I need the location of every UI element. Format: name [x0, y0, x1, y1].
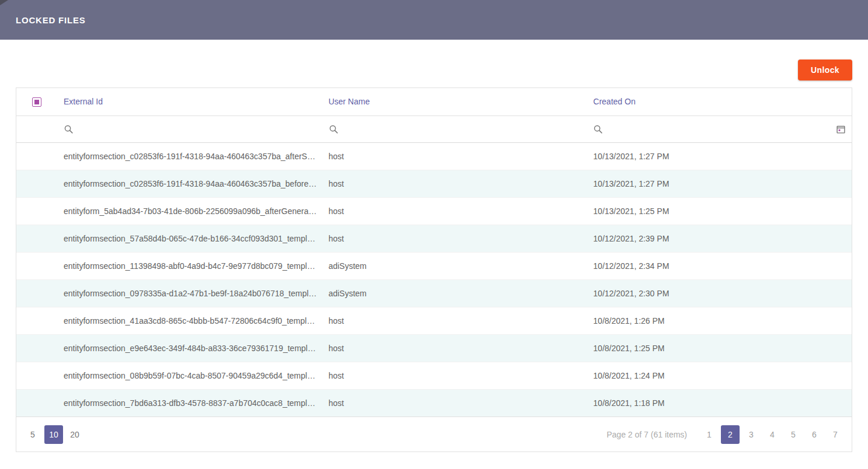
select-all-checkbox[interactable]	[32, 97, 41, 107]
row-select-cell	[16, 142, 57, 170]
cell-user-name: host	[322, 170, 587, 197]
cell-created-on: 10/13/2021, 1:27 PM	[587, 142, 852, 170]
filter-cell-created-on	[587, 116, 852, 142]
table-row[interactable]: entityformsection_57a58d4b-065c-47de-b16…	[16, 225, 852, 252]
cell-user-name: host	[322, 307, 587, 334]
search-icon	[64, 124, 74, 134]
row-select-cell	[16, 252, 57, 279]
created-on-filter-input[interactable]	[608, 121, 836, 137]
column-header-external-id[interactable]: External Id	[57, 88, 322, 116]
search-icon	[329, 124, 339, 134]
table-row[interactable]: entityform_5ab4ad34-7b03-41de-806b-22560…	[16, 197, 852, 225]
cell-user-name: host	[322, 389, 587, 416]
row-select-cell	[16, 389, 57, 416]
locked-files-table: External Id User Name Created On	[16, 88, 852, 416]
filter-cell-external-id	[57, 116, 322, 142]
cell-external-id: entityformsection_7bd6a313-dfb3-4578-883…	[57, 389, 322, 416]
page-size-10[interactable]: 10	[44, 425, 63, 444]
cell-external-id: entityformsection_11398498-abf0-4a9d-b4c…	[57, 252, 322, 279]
unlock-button[interactable]: Unlock	[798, 60, 852, 80]
cell-created-on: 10/8/2021, 1:26 PM	[587, 307, 852, 334]
page-size-20[interactable]: 20	[65, 425, 84, 444]
corner-artifact	[0, 0, 8, 5]
cell-external-id: entityformsection_08b9b59f-07bc-4cab-850…	[57, 362, 322, 389]
calendar-icon[interactable]	[836, 124, 846, 134]
grid-header-row: External Id User Name Created On	[16, 88, 852, 116]
cell-created-on: 10/13/2021, 1:27 PM	[587, 170, 852, 197]
cell-external-id: entityform_5ab4ad34-7b03-41de-806b-22560…	[57, 197, 322, 225]
row-select-cell	[16, 170, 57, 197]
filter-row	[16, 116, 852, 142]
cell-created-on: 10/12/2021, 2:34 PM	[587, 252, 852, 279]
cell-created-on: 10/8/2021, 1:18 PM	[587, 389, 852, 416]
column-header-user-name[interactable]: User Name	[322, 88, 587, 116]
table-row[interactable]: entityformsection_11398498-abf0-4a9d-b4c…	[16, 252, 852, 279]
table-row[interactable]: entityformsection_7bd6a313-dfb3-4578-883…	[16, 389, 852, 416]
page-5[interactable]: 5	[784, 425, 803, 444]
cell-user-name: host	[322, 334, 587, 362]
page-size-group: 51020	[23, 425, 84, 444]
cell-user-name: host	[322, 362, 587, 389]
page-4[interactable]: 4	[763, 425, 782, 444]
external-id-filter-input[interactable]	[78, 121, 316, 137]
column-header-created-on[interactable]: Created On	[587, 88, 852, 116]
cell-created-on: 10/8/2021, 1:25 PM	[587, 334, 852, 362]
pager: 51020 Page 2 of 7 (61 items) 1234567	[16, 416, 852, 452]
app-header: LOCKED FILES	[0, 0, 868, 40]
cell-user-name: host	[322, 142, 587, 170]
page-1[interactable]: 1	[700, 425, 719, 444]
grid-body: entityformsection_c02853f6-191f-4318-94a…	[16, 142, 852, 416]
row-select-cell	[16, 279, 57, 307]
cell-external-id: entityformsection_c02853f6-191f-4318-94a…	[57, 170, 322, 197]
cell-created-on: 10/13/2021, 1:25 PM	[587, 197, 852, 225]
cell-user-name: adiSystem	[322, 279, 587, 307]
cell-external-id: entityformsection_e9e643ec-349f-484b-a83…	[57, 334, 322, 362]
table-row[interactable]: entityformsection_e9e643ec-349f-484b-a83…	[16, 334, 852, 362]
page-7[interactable]: 7	[826, 425, 845, 444]
checkbox-indeterminate-mark	[34, 100, 39, 104]
row-select-cell	[16, 334, 57, 362]
page-size-5[interactable]: 5	[23, 425, 42, 444]
filter-empty-cell	[16, 116, 57, 142]
cell-external-id: entityformsection_c02853f6-191f-4318-94a…	[57, 142, 322, 170]
page-number-group: 1234567	[700, 425, 845, 444]
table-row[interactable]: entityformsection_08b9b59f-07bc-4cab-850…	[16, 362, 852, 389]
search-icon	[593, 124, 603, 134]
table-row[interactable]: entityformsection_0978335a-d1a2-47b1-be9…	[16, 279, 852, 307]
cell-external-id: entityformsection_41aa3cd8-865c-4bbb-b54…	[57, 307, 322, 334]
table-row[interactable]: entityformsection_c02853f6-191f-4318-94a…	[16, 170, 852, 197]
user-name-filter-input[interactable]	[343, 121, 581, 137]
locked-files-grid: External Id User Name Created On	[16, 88, 852, 452]
cell-external-id: entityformsection_57a58d4b-065c-47de-b16…	[57, 225, 322, 252]
toolbar: Unlock	[0, 40, 868, 88]
filter-cell-user-name	[322, 116, 587, 142]
page-2[interactable]: 2	[721, 425, 740, 444]
page-title: LOCKED FILES	[16, 15, 86, 25]
cell-external-id: entityformsection_0978335a-d1a2-47b1-be9…	[57, 279, 322, 307]
row-select-cell	[16, 307, 57, 334]
cell-created-on: 10/8/2021, 1:24 PM	[587, 362, 852, 389]
row-select-cell	[16, 362, 57, 389]
cell-user-name: host	[322, 197, 587, 225]
pager-info: Page 2 of 7 (61 items)	[606, 430, 687, 439]
page-6[interactable]: 6	[805, 425, 824, 444]
cell-created-on: 10/12/2021, 2:30 PM	[587, 279, 852, 307]
cell-user-name: adiSystem	[322, 252, 587, 279]
row-select-cell	[16, 197, 57, 225]
table-row[interactable]: entityformsection_41aa3cd8-865c-4bbb-b54…	[16, 307, 852, 334]
select-all-header-cell	[16, 88, 57, 116]
table-row[interactable]: entityformsection_c02853f6-191f-4318-94a…	[16, 142, 852, 170]
page-3[interactable]: 3	[742, 425, 761, 444]
row-select-cell	[16, 225, 57, 252]
cell-user-name: host	[322, 225, 587, 252]
cell-created-on: 10/12/2021, 2:39 PM	[587, 225, 852, 252]
